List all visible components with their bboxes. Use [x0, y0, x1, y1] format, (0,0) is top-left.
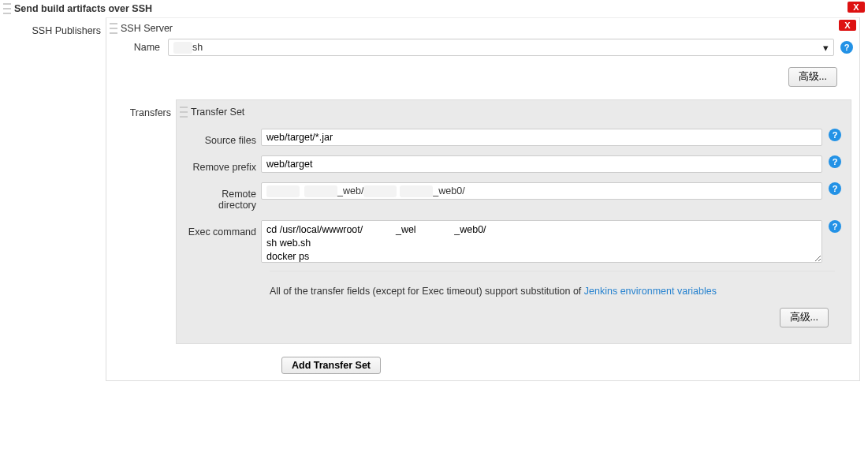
ssh-publisher-box: SSH Server X Name sh ▾ ? 高级... Transfe: [106, 17, 860, 381]
ssh-server-title: SSH Server: [121, 23, 173, 34]
remote-directory-label: Remote directory: [186, 182, 261, 211]
redacted-text: [173, 42, 192, 54]
jenkins-env-vars-link[interactable]: Jenkins environment variables: [584, 286, 717, 297]
transfer-hint: All of the transfer fields (except for E…: [177, 271, 851, 301]
remote-dir-frag1: _web/: [337, 185, 363, 196]
server-advanced-button[interactable]: 高级...: [788, 67, 837, 87]
server-name-label: Name: [113, 42, 160, 53]
exec-command-textarea[interactable]: [261, 220, 822, 263]
source-files-input[interactable]: [261, 129, 822, 146]
redacted-text: [266, 185, 300, 197]
help-icon[interactable]: ?: [829, 220, 841, 233]
redacted-text: [400, 185, 433, 197]
source-files-label: Source files: [186, 129, 261, 146]
remove-server-button[interactable]: X: [839, 20, 856, 31]
remote-directory-input[interactable]: _web/ _web0/: [261, 182, 822, 200]
help-icon[interactable]: ?: [829, 155, 841, 168]
chevron-down-icon: ▾: [823, 42, 829, 54]
remove-prefix-input[interactable]: [261, 155, 822, 173]
server-name-select[interactable]: sh ▾: [168, 39, 834, 56]
remove-section-button[interactable]: X: [848, 2, 865, 13]
hint-text: All of the transfer fields (except for E…: [270, 286, 584, 297]
ssh-publishers-label: SSH Publishers: [0, 17, 106, 381]
section-header: Send build artifacts over SSH X: [0, 0, 868, 17]
add-transfer-set-button[interactable]: Add Transfer Set: [281, 357, 381, 374]
transfer-set-title: Transfer Set: [191, 107, 244, 118]
section-title: Send build artifacts over SSH: [14, 3, 152, 14]
remove-prefix-label: Remove prefix: [186, 155, 261, 173]
ssh-server-header: SSH Server X: [106, 18, 859, 36]
redacted-text: [304, 185, 337, 197]
help-icon[interactable]: ?: [840, 41, 853, 54]
redacted-text: [363, 185, 397, 197]
transfers-label: Transfers: [106, 99, 176, 344]
server-name-value-suffix: sh: [192, 42, 203, 53]
exec-command-label: Exec command: [186, 220, 261, 238]
transfer-advanced-button[interactable]: 高级...: [780, 308, 829, 327]
help-icon[interactable]: ?: [829, 129, 841, 141]
remote-dir-frag2: _web0/: [433, 185, 464, 196]
drag-handle-icon[interactable]: [180, 107, 188, 118]
transfer-set-box: Transfer Set Source files ? Remove prefi…: [176, 99, 851, 344]
drag-handle-icon[interactable]: [3, 3, 11, 14]
help-icon[interactable]: ?: [829, 182, 841, 195]
drag-handle-icon[interactable]: [110, 23, 117, 34]
